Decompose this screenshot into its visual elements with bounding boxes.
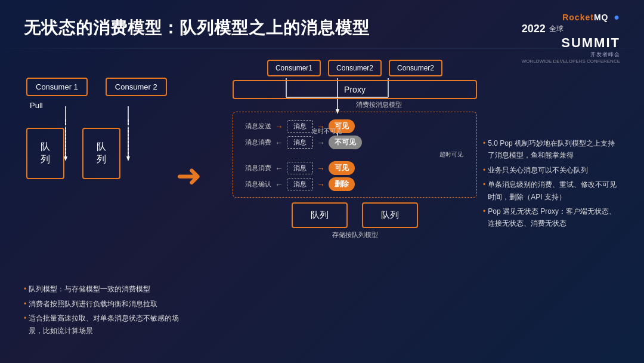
storage-label: 存储按队列模型 — [233, 230, 477, 239]
note-left-2-text: 消费者按照队列进行负载均衡和消息拉取 — [29, 298, 157, 310]
bottom-queues-row: 队列 队列 — [233, 202, 477, 228]
flow-row-consume2: 消息消费 ← 消息 → 可见 — [240, 161, 469, 175]
overtime-label: 超时可见 — [240, 150, 469, 159]
logo-dot-icon: ● — [614, 12, 620, 22]
proxy-row: Proxy — [233, 80, 477, 99]
right-consumer1-box: Consumer1 — [267, 60, 321, 76]
note-right-4-text: Pop 遇见无状态 Proxy：客户端无状态、连接无状态、消费无状态 — [488, 205, 620, 230]
arrow-right-icon1: → — [275, 122, 283, 131]
pull-label: Pull — [30, 101, 167, 110]
flow-row-consume1: 消息消费 ← 消息 → 不可见 定时不可见 — [240, 136, 469, 149]
notes-right-section: • 5.0 Pop 机制巧妙地在队列模型之上支持了消息模型，鱼和熊掌兼得 • 业… — [483, 137, 620, 232]
left-consumers: Consumer 1 Consumer 2 — [26, 78, 167, 96]
bullet-icon-2: • — [483, 164, 485, 176]
left-queue2-box: 队列 — [82, 128, 120, 179]
left-consumer2-label: Consumer 2 — [115, 82, 157, 91]
note-right-2-text: 业务只关心消息可以不关心队列 — [488, 164, 588, 176]
bullet-icon-3: • — [483, 179, 485, 203]
arrow-left-icon2: ← — [275, 164, 283, 173]
right-consumer1-label: Consumer1 — [275, 64, 312, 72]
right-queue1-label: 队列 — [311, 210, 329, 220]
logo-area: RocketMQ ● 2022 全球 SUMMIT 开发者峰会 WORLDWID… — [522, 12, 620, 64]
logo-summit-row: 2022 全球 — [522, 23, 620, 35]
left-consumer-section: Consumer 1 Consumer 2 Pull 队列 队列 — [26, 78, 167, 179]
logo-year: 2022 — [522, 23, 546, 35]
right-queue2-label: 队列 — [381, 210, 399, 220]
logo-summit: SUMMIT — [522, 35, 620, 51]
right-queue2-box: 队列 — [362, 202, 418, 228]
msg-box-1: 消息 — [287, 120, 313, 133]
bullet-icon-l3: • — [24, 312, 26, 337]
bullet-icon-1: • — [483, 137, 485, 162]
flow-row-send: 消息发送 → 消息 → 可见 — [240, 119, 469, 133]
note-left-3-text: 适合批量高速拉取、对单条消息状态不敏感的场景，比如流计算场景 — [29, 312, 191, 337]
logo-sub: 开发者峰会 — [522, 51, 620, 59]
left-queue2-label: 队列 — [97, 141, 106, 164]
msg-send-label: 消息发送 — [240, 122, 271, 131]
left-queue1-box: 队列 — [26, 128, 64, 179]
msg-consume2-label: 消息消费 — [240, 164, 271, 173]
page-title: 无状态的消费模型：队列模型之上的消息模型 — [24, 17, 370, 39]
note-left-1-text: 队列模型：与存储模型一致的消费模型 — [29, 283, 150, 295]
right-consumer2-box: Consumer2 — [328, 60, 382, 76]
left-queue1-label: 队列 — [41, 141, 50, 164]
delete-badge: 删除 — [329, 177, 355, 191]
logo-event: 全球 — [549, 24, 564, 34]
notes-left-section: • 队列模型：与存储模型一致的消费模型 • 消费者按照队列进行负载均衡和消息拉取… — [24, 283, 191, 339]
note-right-3-text: 单条消息级别的消费、重试、修改不可见时间，删除（API 支持） — [488, 179, 620, 203]
msg-confirm-label: 消息确认 — [240, 180, 271, 189]
left-queues: 队列 队列 — [26, 128, 167, 179]
arrow-right-icon5: → — [317, 180, 325, 189]
invisible-badge: 不可见 — [329, 136, 362, 149]
left-consumer2-box: Consumer 2 — [106, 78, 167, 96]
note-right-2: • 业务只关心消息可以不关心队列 — [483, 164, 620, 176]
arrow-right-icon4: → — [317, 164, 325, 173]
msg-box-2: 消息 — [287, 136, 313, 149]
note-right-1-text: 5.0 Pop 机制巧妙地在队列模型之上支持了消息模型，鱼和熊掌兼得 — [488, 137, 620, 162]
msg-box-3: 消息 — [287, 162, 313, 174]
arrow-right-icon3: → — [317, 138, 325, 147]
timer-invisible-label: 定时不可见 — [312, 127, 342, 136]
center-arrow-icon: ➜ — [176, 160, 202, 191]
right-queue1-box: 队列 — [292, 202, 348, 228]
right-consumer2-label: Consumer2 — [336, 64, 373, 72]
proxy-box: Proxy — [233, 80, 477, 99]
logo-sub2: WORLDWIDE DEVELOPERS CONFERENCE — [522, 59, 620, 64]
logo-mq: MQ — [594, 13, 609, 22]
note-right-4: • Pop 遇见无状态 Proxy：客户端无状态、连接无状态、消费无状态 — [483, 205, 620, 230]
consume-model-label: 消费按消息模型 — [280, 100, 477, 109]
msg-consume1-label: 消息消费 — [240, 138, 271, 147]
bullet-icon-l1: • — [24, 283, 26, 295]
message-flow-container: 消息发送 → 消息 → 可见 消息消费 ← 消息 → 不可见 定时不可见 超时可… — [233, 112, 477, 198]
note-left-2: • 消费者按照队列进行负载均衡和消息拉取 — [24, 298, 191, 310]
arrow-left-icon1: ← — [275, 138, 283, 147]
note-right-1: • 5.0 Pop 机制巧妙地在队列模型之上支持了消息模型，鱼和熊掌兼得 — [483, 137, 620, 162]
note-left-1: • 队列模型：与存储模型一致的消费模型 — [24, 283, 191, 295]
proxy-label: Proxy — [344, 85, 366, 94]
arrow-left-icon3: ← — [275, 180, 283, 189]
logo-rocket: Rocket — [562, 13, 594, 22]
bullet-icon-4: • — [483, 205, 485, 230]
right-consumers-row: Consumer1 Consumer2 Consumer2 — [233, 60, 477, 76]
note-right-3: • 单条消息级别的消费、重试、修改不可见时间，删除（API 支持） — [483, 179, 620, 203]
left-consumer1-label: Consumer 1 — [36, 82, 78, 91]
msg-box-4: 消息 — [287, 178, 313, 190]
right-diagram-section: Consumer1 Consumer2 Consumer2 Proxy 消费按消… — [233, 60, 477, 239]
visible-badge-2: 可见 — [329, 161, 355, 175]
note-left-3: • 适合批量高速拉取、对单条消息状态不敏感的场景，比如流计算场景 — [24, 312, 191, 337]
logo-text: RocketMQ ● 2022 全球 SUMMIT 开发者峰会 WORLDWID… — [522, 12, 620, 64]
flow-row-confirm: 消息确认 ← 消息 → 删除 — [240, 177, 469, 191]
right-consumer3-box: Consumer2 — [389, 60, 442, 76]
left-consumer1-box: Consumer 1 — [26, 78, 88, 96]
bullet-icon-l2: • — [24, 298, 26, 310]
right-consumer3-label: Consumer2 — [397, 64, 434, 72]
logo-brand: RocketMQ ● — [522, 12, 620, 23]
slide: 无状态的消费模型：队列模型之上的消息模型 RocketMQ ● 2022 全球 … — [0, 0, 644, 363]
